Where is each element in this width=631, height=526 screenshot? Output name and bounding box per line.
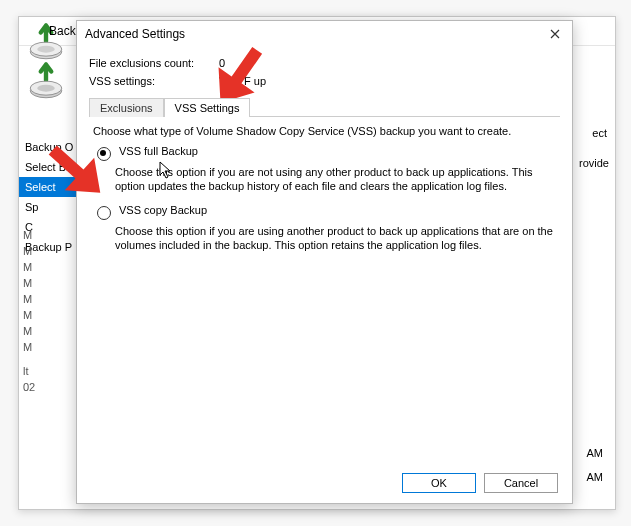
cancel-button[interactable]: Cancel [484,473,558,493]
close-icon[interactable] [546,25,564,43]
bg-right-fragment: ect [592,127,607,139]
file-exclusions-value: 0 [219,57,225,69]
radio-vss-full[interactable] [97,147,111,161]
radio-vss-copy[interactable] [97,206,111,220]
vss-copy-backup-option[interactable]: VSS copy Backup [93,204,556,220]
drive-arrow-icon [25,22,43,40]
advanced-settings-dialog: Advanced Settings File exclusions count:… [76,20,573,504]
bg-right-fragment: rovide [579,157,609,169]
bg-right-fragment: AM [587,471,604,483]
vss-settings-row: VSS settings: VSS F up [89,69,560,87]
bg-right-fragment: AM [587,447,604,459]
bg-left-edge-text: MM MM MM MM lt02 [23,227,37,395]
vss-full-backup-option[interactable]: VSS full Backup [93,145,556,161]
svg-point-5 [37,85,55,92]
vss-full-description: Choose this option if you are not using … [115,165,555,194]
dialog-buttons: OK Cancel [402,473,558,493]
dialog-tabs: Exclusions VSS Settings [89,97,560,117]
ok-button[interactable]: OK [402,473,476,493]
file-exclusions-label: File exclusions count: [89,57,209,69]
mouse-cursor-icon [159,161,173,181]
drive-arrow-large-icon [25,61,67,105]
dialog-title: Advanced Settings [85,27,185,41]
tab-exclusions[interactable]: Exclusions [89,98,164,117]
dialog-titlebar: Advanced Settings [77,21,572,47]
vss-settings-value: VSS F up [219,75,266,87]
vss-settings-label: VSS settings: [89,75,209,87]
dialog-body: File exclusions count: 0 VSS settings: V… [77,47,572,266]
file-exclusions-row: File exclusions count: 0 [89,51,560,69]
screenshot-stage: Backup Backup O Select Bac Select Sp C B… [0,0,631,526]
svg-point-2 [37,46,55,53]
vss-copy-title: VSS copy Backup [119,204,207,216]
vss-prompt-text: Choose what type of Volume Shadow Copy S… [93,125,556,137]
vss-full-title: VSS full Backup [119,145,198,157]
tab-vss-settings[interactable]: VSS Settings [164,98,251,117]
vss-copy-description: Choose this option if you are using anot… [115,224,555,253]
vss-tab-panel: Choose what type of Volume Shadow Copy S… [89,117,560,266]
